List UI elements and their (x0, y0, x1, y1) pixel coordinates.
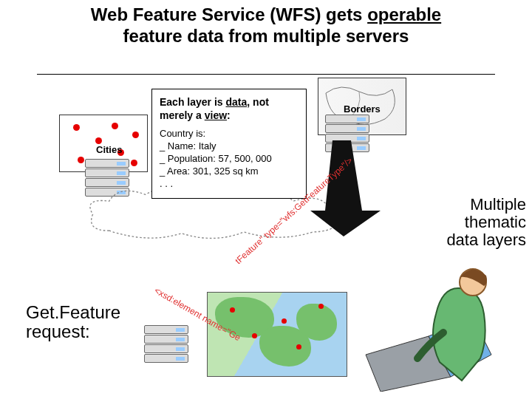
title-underlined-word: operable (367, 4, 441, 24)
infobox-row: _ Area: 301, 325 sq km (160, 166, 299, 178)
layer-label-cities: Cities (96, 144, 122, 155)
user-at-laptop-icon (362, 266, 502, 392)
right-caption-line2: thematic (412, 214, 526, 231)
infobox-row: _ Population: 57, 500, 000 (160, 153, 299, 166)
infobox-header-suffix: : (227, 109, 231, 121)
infobox-header-underlined: data (226, 96, 248, 108)
right-caption-line3: data layers (412, 231, 526, 249)
getfeature-line2: request: (26, 322, 120, 341)
getfeature-line1: Get.Feature (26, 303, 120, 322)
title-line1-prefix: Web Feature Service (WFS) gets (91, 4, 367, 24)
right-caption: Multiple thematic data layers (412, 196, 526, 250)
divider (37, 74, 495, 75)
infobox-header: Each layer is data, not merely a view: (160, 95, 299, 122)
infobox-header-prefix: Each layer is (160, 96, 226, 108)
right-caption-line1: Multiple (412, 196, 526, 214)
server-icon (144, 325, 188, 366)
infobox-row: . . . (160, 178, 299, 191)
infobox-row: _ Name: Italy (160, 140, 299, 153)
getfeature-request-label: Get.Feature request: (26, 303, 120, 342)
title-line2: feature data from multiple servers (123, 26, 409, 46)
layer-label-borders: Borders (344, 103, 381, 115)
infobox-header-underlined2: view (205, 109, 227, 121)
layer-data-infobox: Each layer is data, not merely a view: C… (151, 89, 307, 199)
infobox-country-heading: Country is: (160, 128, 299, 140)
slide-title: Web Feature Service (WFS) gets operable … (44, 4, 488, 47)
